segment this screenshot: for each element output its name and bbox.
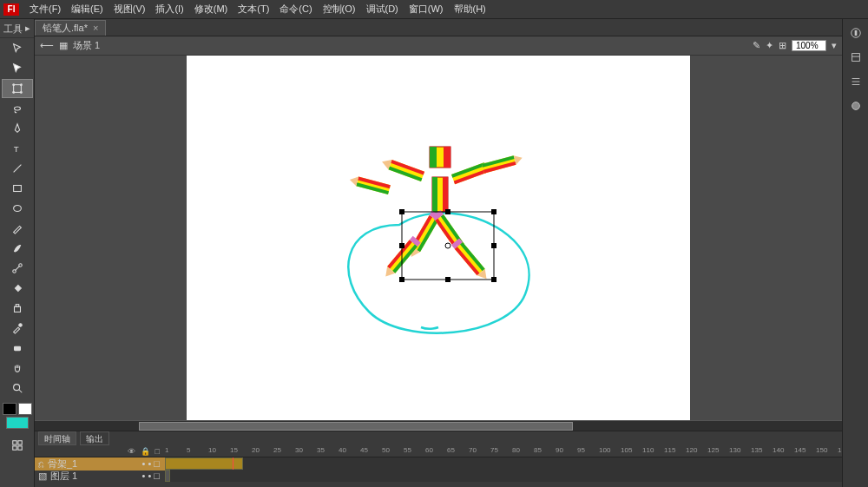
symbol-icon[interactable]: ✦ [766, 40, 773, 51]
output-tab[interactable]: 输出 [80, 431, 109, 445]
eraser-tool[interactable] [2, 339, 33, 358]
svg-rect-13 [16, 305, 19, 307]
svg-rect-23 [430, 147, 437, 168]
frame-track-1[interactable] [165, 457, 842, 470]
svg-rect-19 [17, 441, 21, 444]
subselection-tool[interactable] [2, 59, 33, 78]
free-transform-tool[interactable] [2, 79, 33, 98]
svg-point-81 [852, 102, 859, 110]
svg-rect-12 [14, 306, 20, 312]
menu-insert[interactable]: 插入(I) [150, 3, 188, 16]
right-panels [842, 19, 868, 487]
menu-window[interactable]: 窗口(W) [404, 3, 449, 16]
properties-panel-icon[interactable] [844, 23, 868, 43]
timeline-panel: 时间轴 输出 👁 🔒 □ 151015202530354045505560657… [35, 431, 842, 487]
bone-tool[interactable] [2, 259, 33, 278]
scrollbar-thumb[interactable] [139, 422, 573, 431]
selection-tool[interactable] [2, 39, 33, 58]
svg-rect-67 [491, 209, 496, 214]
text-tool[interactable]: T [2, 139, 33, 158]
stroke-swatch[interactable] [3, 403, 16, 415]
paint-bucket-tool[interactable] [2, 279, 33, 298]
lock-header-icon[interactable]: 🔒 [141, 447, 150, 456]
rectangle-tool[interactable] [2, 179, 33, 198]
svg-point-1 [12, 84, 14, 86]
pen-tool[interactable] [2, 119, 33, 138]
svg-rect-68 [399, 243, 404, 248]
grid-icon[interactable]: ⊞ [779, 40, 786, 51]
scene-bar: ⟵ ▦ 场景 1 ✎ ✦ ⊞ ▾ [35, 36, 842, 56]
layer-row-1[interactable]: ▧ 图层 1 • • □ [35, 470, 842, 482]
svg-rect-70 [399, 277, 404, 282]
svg-rect-21 [17, 446, 21, 450]
svg-rect-69 [491, 243, 496, 248]
menu-modify[interactable]: 修改(M) [189, 3, 233, 16]
lasso-tool[interactable] [2, 99, 33, 118]
tools-panel-title: 工具▸ [0, 21, 34, 38]
svg-line-6 [13, 165, 21, 173]
line-tool[interactable] [2, 159, 33, 178]
color-panel-icon[interactable] [844, 95, 868, 116]
menu-command[interactable]: 命令(C) [274, 3, 317, 16]
layer-name[interactable]: ⎌ 骨架_1 • • □ [35, 457, 165, 471]
svg-rect-65 [399, 209, 404, 214]
zoom-input[interactable] [792, 40, 826, 51]
menu-help[interactable]: 帮助(H) [449, 3, 491, 16]
visibility-header-icon[interactable]: 👁 [128, 447, 135, 456]
frame-span-1[interactable] [165, 457, 243, 470]
menu-file[interactable]: 文件(F) [24, 3, 66, 16]
frame-ruler[interactable]: 1510152025303540455055606570758085909510… [165, 445, 842, 457]
svg-rect-71 [445, 277, 450, 282]
color-swatches [0, 403, 34, 429]
library-panel-icon[interactable] [844, 47, 868, 68]
pencil-tool[interactable] [2, 219, 33, 238]
frame-track-2[interactable] [165, 470, 842, 482]
svg-point-3 [12, 92, 14, 94]
oval-tool[interactable] [2, 199, 33, 218]
playhead[interactable] [233, 457, 233, 470]
layer-row-armature[interactable]: ⎌ 骨架_1 • • □ [35, 457, 842, 470]
annotation-circle [348, 213, 529, 332]
brush-tool[interactable] [2, 239, 33, 258]
menu-edit[interactable]: 编辑(E) [66, 3, 108, 16]
menu-text[interactable]: 文本(T) [233, 3, 274, 16]
menu-view[interactable]: 视图(V) [108, 3, 151, 16]
svg-rect-75 [855, 30, 857, 35]
bone-layer-icon: ⎌ [38, 458, 44, 469]
align-panel-icon[interactable] [844, 71, 868, 92]
tools-panel: 工具▸ T [0, 19, 35, 487]
edit-scene-icon[interactable]: ✎ [753, 40, 760, 51]
scene-label: 场景 1 [73, 39, 100, 52]
stage[interactable] [187, 56, 690, 424]
ink-bottle-tool[interactable] [2, 299, 33, 318]
svg-rect-7 [13, 186, 21, 192]
svg-rect-0 [13, 85, 21, 93]
layer-icon: ▧ [38, 471, 47, 482]
menu-debug[interactable]: 调试(D) [361, 3, 404, 16]
svg-rect-59 [455, 242, 485, 275]
menu-control[interactable]: 控制(O) [318, 3, 361, 16]
fill-swatch[interactable] [18, 403, 32, 415]
canvas-artwork[interactable] [187, 56, 690, 424]
zoom-tool[interactable] [2, 378, 33, 398]
svg-point-2 [20, 84, 22, 86]
timeline-tab[interactable]: 时间轴 [38, 431, 76, 445]
svg-rect-27 [443, 177, 448, 212]
zoom-dropdown-icon[interactable]: ▾ [832, 40, 837, 51]
accent-swatch[interactable] [6, 417, 29, 429]
svg-rect-72 [491, 277, 496, 282]
document-tab[interactable]: 铅笔人.fla* × [35, 20, 106, 36]
hand-tool[interactable] [2, 359, 33, 378]
pencil-figure[interactable] [349, 147, 524, 282]
keyframe-1[interactable] [165, 470, 170, 482]
outline-header-icon[interactable]: □ [155, 447, 160, 456]
stage-h-scrollbar[interactable] [35, 420, 842, 431]
layer-name[interactable]: ▧ 图层 1 • • □ [35, 470, 165, 483]
options-tool[interactable] [2, 436, 33, 455]
scene-back-button[interactable]: ⟵ [40, 40, 54, 51]
tab-close-button[interactable]: × [93, 23, 98, 33]
svg-rect-66 [445, 209, 450, 214]
document-tabs: 铅笔人.fla* × [0, 19, 868, 36]
eyedropper-tool[interactable] [2, 319, 33, 338]
svg-rect-26 [432, 177, 437, 212]
